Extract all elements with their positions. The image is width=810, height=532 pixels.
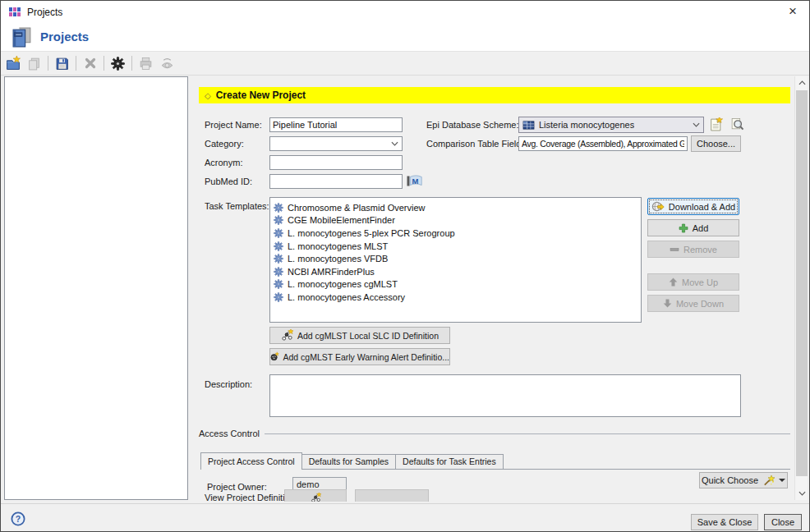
task-templates-label: Task Templates:	[205, 201, 269, 211]
acronym-input[interactable]	[269, 155, 403, 170]
list-item[interactable]: Chromosome & Plasmid Overview	[274, 201, 639, 214]
access-control-legend: Access Control	[199, 429, 260, 438]
comparison-fields-input[interactable]	[518, 136, 688, 151]
project-owner-label: Project Owner:	[207, 482, 267, 492]
scrollbar-thumb[interactable]	[796, 90, 808, 476]
access-control-group: Access Control	[199, 429, 790, 438]
pubmed-id-label: PubMed ID:	[205, 177, 252, 186]
batch-tools-icon[interactable]	[110, 56, 126, 71]
acronym-label: Acronym:	[205, 158, 242, 167]
delete-icon	[82, 56, 98, 71]
task-templates-list[interactable]: Chromosome & Plasmid Overview CGE Mobile…	[269, 197, 642, 323]
dropdown-arrow-icon	[779, 479, 785, 482]
download-icon	[651, 200, 665, 213]
preview-scheme-icon[interactable]	[730, 117, 744, 131]
epi-scheme-value: Listeria monocytogenes	[539, 120, 634, 130]
epi-scheme-label: Epi Database Scheme:	[426, 120, 519, 130]
tab-defaults-for-task-entries[interactable]: Defaults for Task Entries	[395, 454, 504, 469]
remove-button: Remove	[647, 241, 739, 258]
partial-button[interactable]	[355, 489, 429, 502]
task-template-gear-icon	[274, 267, 283, 277]
download-add-button[interactable]: Download & Add	[647, 198, 739, 215]
list-item[interactable]: L. monocytogenes 5-plex PCR Serogroup	[274, 227, 639, 240]
view-project-definition-label: View Project Definition:	[205, 493, 297, 502]
projects-window: Projects × Projects ◇ Create New Project…	[0, 0, 810, 532]
add-slc-definition-button[interactable]: Add cgMLST Local SLC ID Definition	[269, 327, 450, 344]
remove-minus-icon	[670, 245, 679, 255]
task-template-gear-icon	[274, 215, 283, 225]
task-template-gear-icon	[274, 279, 283, 289]
move-up-icon	[669, 277, 678, 287]
projects-book-icon	[11, 26, 33, 48]
toolbar-separator	[48, 56, 48, 71]
task-template-gear-icon	[274, 228, 283, 238]
project-name-input[interactable]	[269, 117, 403, 132]
chevron-down-icon	[693, 122, 700, 127]
list-item[interactable]: CGE MobileElementFinder	[274, 214, 639, 227]
list-item[interactable]: NCBI AMRFinderPlus	[274, 265, 639, 278]
view-project-definition-combobox[interactable]	[284, 489, 347, 502]
slc-cluster-icon	[311, 493, 321, 502]
save-and-close-button[interactable]: Save & Close	[691, 514, 758, 530]
close-button[interactable]: Close	[764, 514, 802, 530]
list-item[interactable]: L. monocytogenes VFDB	[274, 252, 639, 265]
app-icon	[9, 7, 21, 18]
projects-tree-panel[interactable]	[4, 76, 188, 500]
scheme-table-icon	[522, 120, 535, 131]
description-label: Description:	[205, 379, 252, 389]
scroll-up-icon[interactable]	[795, 76, 808, 89]
move-down-icon	[663, 299, 672, 308]
task-template-gear-icon	[274, 292, 283, 302]
task-template-gear-icon	[274, 241, 283, 251]
bottom-bar: Save & Close Close	[1, 503, 809, 532]
quick-choose-button[interactable]: Quick Choose	[699, 472, 788, 488]
close-icon[interactable]: ×	[780, 1, 806, 24]
pubmed-id-input[interactable]	[269, 174, 403, 189]
access-control-tabs: Project Access Control Defaults for Samp…	[200, 452, 504, 470]
collapse-diamond-icon[interactable]: ◇	[205, 91, 211, 100]
form-scrollbar[interactable]	[794, 76, 808, 500]
toolbar-separator	[104, 56, 104, 71]
project-name-label: Project Name:	[205, 120, 262, 130]
tab-project-access-control[interactable]: Project Access Control	[200, 452, 302, 470]
pubmed-icon[interactable]	[407, 175, 422, 187]
toolbar-separator	[76, 56, 76, 71]
page-header: Projects	[1, 24, 809, 51]
wand-icon	[762, 475, 775, 487]
scroll-down-icon[interactable]	[795, 487, 808, 500]
choose-button[interactable]: Choose...	[691, 135, 741, 152]
new-scheme-icon[interactable]	[709, 117, 723, 131]
list-item[interactable]: L. monocytogenes cgMLST	[274, 278, 639, 291]
chevron-down-icon	[391, 141, 398, 146]
add-plus-icon	[679, 223, 688, 233]
share-icon	[159, 56, 175, 71]
move-down-button: Move Down	[647, 295, 739, 312]
task-template-gear-icon	[274, 254, 283, 264]
page-title: Projects	[40, 30, 89, 44]
slc-cluster-icon	[281, 329, 293, 342]
description-textarea[interactable]	[269, 374, 741, 417]
add-button[interactable]: Add	[647, 219, 739, 236]
group-divider	[265, 433, 790, 434]
category-label: Category:	[205, 139, 244, 149]
list-item[interactable]: L. monocytogenes Accessory	[274, 291, 639, 304]
comparison-fields-label: Comparison Table Fields:	[426, 139, 528, 149]
toolbar	[1, 51, 809, 76]
window-title: Projects	[27, 1, 62, 24]
tab-defaults-for-samples[interactable]: Defaults for Samples	[301, 454, 396, 469]
move-up-button: Move Up	[647, 273, 739, 291]
toolbar-separator	[131, 56, 132, 71]
copy-icon	[26, 56, 42, 71]
category-combobox[interactable]	[269, 136, 403, 151]
print-icon	[138, 56, 154, 71]
add-alert-definition-button[interactable]: Add cgMLST Early Warning Alert Definitio…	[269, 348, 450, 365]
task-template-gear-icon	[274, 203, 283, 213]
epi-scheme-combobox[interactable]: Listeria monocytogenes	[518, 117, 704, 133]
help-icon[interactable]	[11, 511, 25, 526]
list-item[interactable]: L. monocytogenes MLST	[274, 240, 639, 253]
section-title: Create New Project	[216, 89, 306, 101]
title-bar: Projects ×	[1, 1, 809, 24]
create-project-form: ◇ Create New Project Project Name: Epi D…	[192, 76, 794, 502]
save-icon[interactable]	[54, 56, 70, 71]
new-project-icon[interactable]	[5, 56, 21, 71]
